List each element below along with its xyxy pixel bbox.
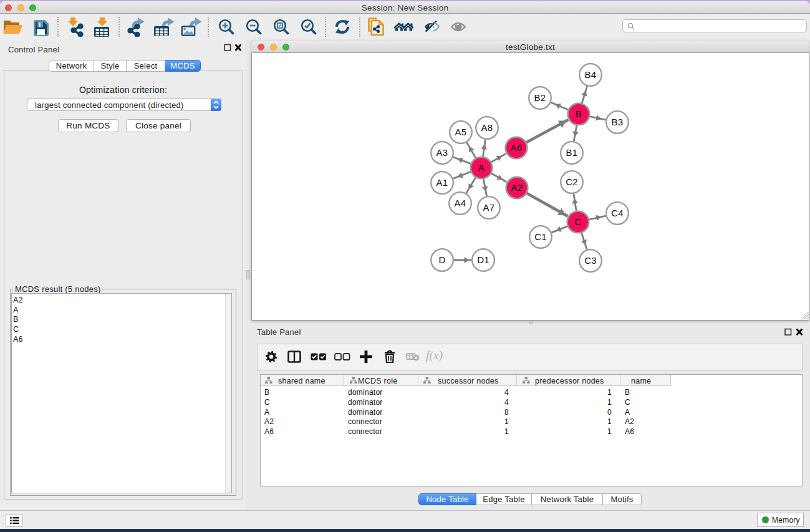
svg-text:C: C <box>574 216 581 227</box>
svg-text:A5: A5 <box>455 127 467 137</box>
svg-text:B: B <box>576 109 582 119</box>
svg-text:C3: C3 <box>584 255 597 266</box>
svg-text:B1: B1 <box>566 147 578 158</box>
svg-text:C1: C1 <box>534 231 547 242</box>
svg-text:A7: A7 <box>483 202 495 213</box>
svg-text:B4: B4 <box>585 69 597 80</box>
svg-text:B2: B2 <box>534 92 546 103</box>
svg-text:B3: B3 <box>612 117 624 127</box>
svg-text:C2: C2 <box>566 177 578 187</box>
svg-text:C4: C4 <box>611 208 624 218</box>
svg-text:A2: A2 <box>511 182 523 193</box>
svg-text:A6: A6 <box>511 142 523 153</box>
svg-text:A4: A4 <box>455 198 466 208</box>
svg-text:A: A <box>478 162 485 173</box>
svg-text:D: D <box>438 254 445 265</box>
svg-text:A1: A1 <box>436 177 448 188</box>
svg-text:A8: A8 <box>481 122 493 133</box>
svg-text:D1: D1 <box>477 254 489 265</box>
svg-text:A3: A3 <box>436 147 448 158</box>
